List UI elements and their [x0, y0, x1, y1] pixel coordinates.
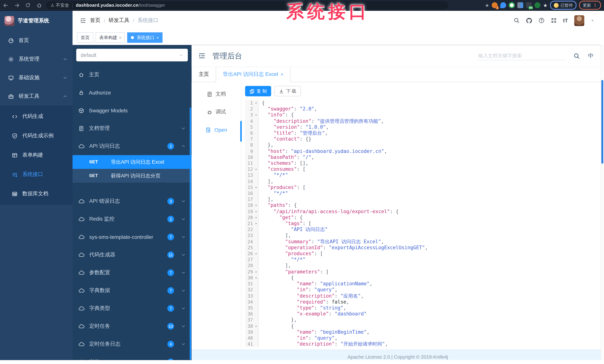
doc-nav-调试[interactable]: 调试	[191, 103, 241, 121]
api-group-select[interactable]: default	[76, 49, 188, 61]
chevron-down-icon[interactable]	[591, 19, 594, 22]
close-icon[interactable]: ×	[281, 72, 283, 77]
line-gutter[interactable]: 9	[245, 148, 258, 154]
extension-icon-5[interactable]: 6h	[526, 2, 532, 8]
fold-icon[interactable]: ▾	[254, 215, 258, 221]
line-gutter[interactable]: 28	[245, 263, 258, 269]
copy-button[interactable]: 复 制	[245, 86, 271, 96]
user-avatar[interactable]	[574, 15, 584, 26]
sidebar-subitem-数据库文档[interactable]: 数据库文档	[0, 184, 73, 203]
line-gutter[interactable]: 37	[245, 317, 258, 323]
line-gutter[interactable]: 20▾	[245, 215, 258, 221]
line-gutter[interactable]: 5	[245, 124, 258, 130]
line-gutter[interactable]: 31	[245, 281, 258, 287]
doc-tab-导出API 访问日志 Excel[interactable]: 导出API 访问日志 Excel×	[216, 67, 290, 82]
scrollbar-thumb[interactable]	[601, 80, 603, 164]
collapse-menu-icon[interactable]	[198, 52, 206, 60]
swagger-group-字典类型[interactable]: 字典类型7	[73, 300, 191, 317]
line-gutter[interactable]: 39	[245, 329, 258, 335]
fullscreen-icon[interactable]	[551, 17, 557, 24]
line-gutter[interactable]: 26▾	[245, 251, 258, 257]
swagger-group-定时任务日志[interactable]: 定时任务日志4	[73, 335, 191, 353]
line-gutter[interactable]: 8	[245, 142, 258, 148]
sidebar-item-3[interactable]: 基础设施	[0, 68, 73, 87]
fold-icon[interactable]: ▾	[254, 209, 258, 214]
app-logo-row[interactable]: 芋道管理系统	[0, 10, 73, 31]
browser-menu-icon[interactable]: ⋮	[593, 3, 597, 8]
line-gutter[interactable]: 7	[245, 136, 258, 142]
text-size-icon[interactable]: tT	[563, 17, 568, 24]
line-gutter[interactable]: 18▾	[245, 202, 258, 209]
line-gutter[interactable]: 15▾	[245, 185, 258, 190]
doc-tab-主页[interactable]: 主页	[191, 67, 216, 82]
extension-icon-1[interactable]: 1	[492, 2, 498, 8]
endpoint-row[interactable]: GET获得API 访问日志分页	[73, 169, 191, 183]
line-gutter[interactable]: 14	[245, 178, 258, 184]
sidebar-item-4[interactable]: 研发工具	[0, 87, 73, 106]
line-gutter[interactable]: 34	[245, 299, 258, 305]
line-gutter[interactable]: 2	[245, 106, 258, 112]
line-gutter[interactable]: 22	[245, 227, 258, 233]
sidebar-subitem-表单构建[interactable]: 表单构建	[0, 145, 73, 165]
sidebar-subitem-系统接口[interactable]: 系统接口	[0, 165, 73, 184]
github-icon[interactable]	[526, 17, 532, 24]
extension-icon-3[interactable]	[509, 2, 515, 8]
line-gutter[interactable]: 19▾	[245, 209, 258, 214]
close-icon[interactable]: ×	[156, 35, 159, 40]
swagger-nav-API 访问日志[interactable]: API 访问日志2	[73, 137, 191, 155]
language-icon[interactable]: 中	[588, 52, 594, 59]
swagger-group-代码生成器[interactable]: 代码生成器11	[73, 246, 191, 264]
fold-icon[interactable]: ▾	[254, 323, 258, 329]
line-gutter[interactable]: 25	[245, 245, 258, 251]
sidebar-item-2[interactable]: 系统管理	[0, 50, 73, 68]
line-gutter[interactable]: 4	[245, 118, 258, 124]
browser-forward-icon[interactable]	[11, 0, 22, 10]
line-gutter[interactable]: 11	[245, 160, 258, 166]
line-gutter[interactable]: 12▾	[245, 166, 258, 172]
line-gutter[interactable]: 13	[245, 172, 258, 178]
line-gutter[interactable]: 29▾	[245, 269, 258, 275]
sidebar-subitem-代码生成[interactable]: 代码生成	[0, 107, 73, 126]
line-gutter[interactable]: 16	[245, 190, 258, 196]
swagger-group-Redis 监控[interactable]: Redis 监控2	[73, 210, 191, 228]
swagger-group-sys-sms-template-controller[interactable]: sys-sms-template-controller7	[73, 228, 191, 246]
close-icon[interactable]: ×	[119, 35, 121, 40]
code-editor[interactable]: 1▾{2 "swagger": "2.0",3▾ "info": {4 "des…	[245, 100, 591, 349]
line-gutter[interactable]: 30▾	[245, 275, 258, 281]
sidebar-subitem-代码生成示例[interactable]: 代码生成示例	[0, 126, 73, 145]
line-gutter[interactable]: 10	[245, 154, 258, 160]
browser-address-bar[interactable]: ⚠ 不安全 dashboard.yudao.iocoder.cn /tool/s…	[46, 1, 449, 9]
line-gutter[interactable]: 41	[245, 341, 258, 347]
browser-back-icon[interactable]	[0, 0, 11, 10]
swagger-nav-Swagger Models[interactable]: Swagger Models	[73, 101, 191, 119]
extension-icon-4[interactable]	[517, 2, 524, 8]
sidebar-item-1[interactable]: 首页	[0, 31, 73, 50]
help-icon[interactable]	[539, 17, 544, 24]
endpoint-row[interactable]: GET导出API 访问日志 Excel	[73, 155, 191, 169]
swagger-nav-Authorize[interactable]: Authorize	[73, 84, 191, 101]
breadcrumb-item[interactable]: 研发工具	[109, 17, 129, 24]
fold-icon[interactable]: ▾	[254, 202, 258, 209]
swagger-group-字典数据[interactable]: 字典数据7	[73, 282, 191, 300]
swagger-group-定时任务[interactable]: 定时任务10	[73, 317, 191, 335]
doc-nav-Open[interactable]: Open	[191, 121, 241, 139]
line-gutter[interactable]: 3▾	[245, 112, 258, 118]
fold-icon[interactable]: ▾	[254, 251, 258, 257]
tag-系统接口[interactable]: 系统接口×	[127, 32, 163, 43]
profile-paused-chip[interactable]: 已暂停	[550, 1, 577, 10]
extension-icon-2[interactable]	[500, 2, 506, 8]
hamburger-icon[interactable]	[80, 17, 86, 24]
search-icon[interactable]	[514, 17, 520, 24]
line-gutter[interactable]: 40	[245, 335, 258, 341]
fold-icon[interactable]: ▾	[254, 100, 258, 106]
panel-scrollbar[interactable]	[190, 108, 191, 360]
line-gutter[interactable]: 23	[245, 233, 258, 239]
line-gutter[interactable]: 36	[245, 311, 258, 317]
line-gutter[interactable]: 24	[245, 239, 258, 245]
browser-reload-icon[interactable]	[22, 0, 34, 10]
breadcrumb-item[interactable]: 首页	[90, 17, 101, 24]
line-gutter[interactable]: 32	[245, 287, 258, 293]
line-gutter[interactable]: 27	[245, 257, 258, 263]
page-scrollbar[interactable]	[601, 45, 604, 360]
fold-icon[interactable]: ▾	[254, 112, 258, 118]
